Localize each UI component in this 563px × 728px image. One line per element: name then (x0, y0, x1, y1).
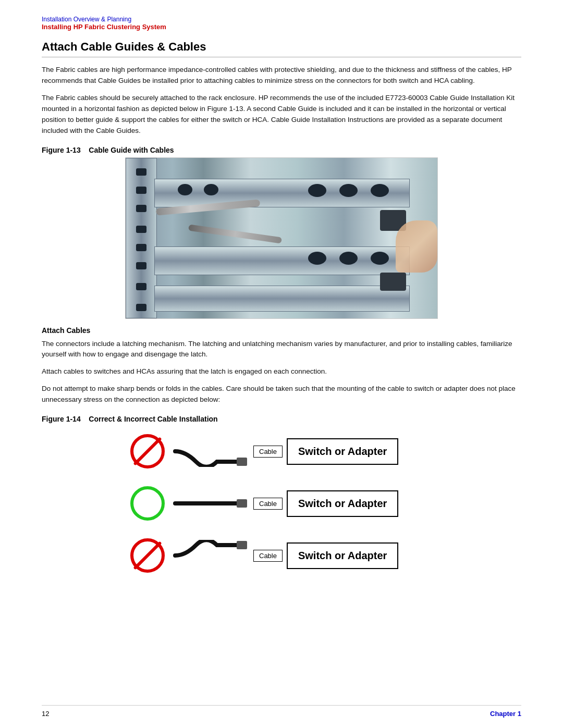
paragraph-1: The Fabric cables are high performance i… (42, 65, 521, 87)
cable-middle-3: Cable Switch or Adapter (170, 540, 433, 571)
breadcrumb: Installation Overview & Planning Install… (42, 16, 521, 31)
paragraph-5: Do not attempt to make sharp bends or fo… (42, 384, 521, 405)
chapter-label: Chapter 1 (490, 710, 521, 718)
svg-rect-3 (237, 541, 247, 549)
cable-svg-1 (170, 436, 253, 467)
svg-rect-0 (237, 458, 247, 466)
switch-box-1: Switch or Adapter (287, 438, 398, 465)
cable-svg-2 (170, 488, 253, 519)
svg-rect-2 (237, 499, 247, 508)
paragraph-2: The Fabric cables should be securely att… (42, 93, 521, 137)
switch-box-2: Switch or Adapter (287, 490, 398, 517)
cable-middle-1: Cable Switch or Adapter (170, 436, 433, 467)
cable-row-2: Cable Switch or Adapter (130, 480, 433, 526)
switch-box-3: Switch or Adapter (287, 542, 398, 569)
attach-cables-heading: Attach Cables (42, 326, 521, 335)
cable-label-2: Cable (253, 498, 283, 510)
page-footer: 12 Chapter 1 (42, 705, 521, 718)
breadcrumb-top[interactable]: Installation Overview & Planning (42, 16, 521, 23)
figure-13-image (125, 157, 438, 319)
cable-label-3: Cable (253, 550, 283, 562)
red-no-icon-1 (130, 434, 165, 468)
cable-row-3: Cable Switch or Adapter (130, 533, 433, 578)
cable-label-1: Cable (253, 446, 283, 458)
figure-14-label: Figure 1-14 Correct & Incorrect Cable In… (42, 415, 521, 423)
paragraph-4: Attach cables to switches and HCAs assur… (42, 366, 521, 377)
cable-svg-3 (170, 540, 253, 571)
green-ok-icon (130, 486, 165, 521)
paragraph-3: The connectors include a latching mechan… (42, 339, 521, 361)
cable-middle-2: Cable Switch or Adapter (170, 488, 433, 519)
figure-14-diagram: Cable Switch or Adapter Cable (130, 428, 433, 578)
figure-13-label: Figure 1-13 Cable Guide with Cables (42, 146, 521, 154)
page-number: 12 (42, 710, 49, 718)
cable-row-1: Cable Switch or Adapter (130, 428, 433, 474)
breadcrumb-bottom: Installing HP Fabric Clustering System (42, 23, 521, 31)
main-heading: Attach Cable Guides & Cables (42, 40, 521, 57)
red-no-icon-2 (130, 538, 165, 573)
